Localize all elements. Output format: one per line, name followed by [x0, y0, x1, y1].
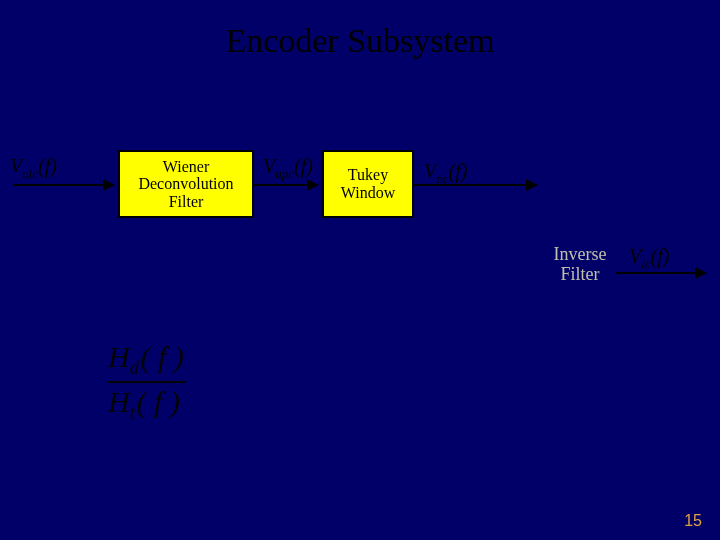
- frac-bar: [108, 381, 186, 383]
- block-tukey: Tukey Window: [322, 150, 414, 218]
- signal-vpc: Vpc(f): [424, 160, 467, 187]
- frac-den: Ht ( f ): [108, 385, 180, 418]
- block-inverse: Inverse Filter: [540, 245, 620, 285]
- frac-num: Hd ( f ): [108, 340, 184, 373]
- signal-vupc: Vupc(f): [263, 155, 313, 182]
- signal-vulc: Vulc(f): [10, 155, 57, 182]
- signal-vlc: Vlc(f): [629, 245, 670, 272]
- arrow-vupc: [252, 184, 318, 186]
- block-inverse-l2: Filter: [561, 264, 600, 284]
- slide-title: Encoder Subsystem: [0, 22, 720, 60]
- block-tukey-l2: Window: [341, 184, 395, 202]
- block-inverse-l1: Inverse: [554, 244, 607, 264]
- block-tukey-l1: Tukey: [348, 166, 388, 184]
- block-wiener: Wiener Deconvolution Filter: [118, 150, 254, 218]
- block-wiener-l1: Wiener: [163, 158, 209, 176]
- transfer-fraction: Hd ( f ) Ht ( f ): [108, 340, 186, 424]
- page-number: 15: [684, 512, 702, 530]
- arrow-vpc: [412, 184, 537, 186]
- arrow-vlc: [616, 272, 706, 274]
- block-wiener-l3: Filter: [169, 193, 204, 211]
- arrow-vulc: [14, 184, 114, 186]
- block-wiener-l2: Deconvolution: [138, 175, 233, 193]
- slide-root: Encoder Subsystem Vulc(f) Vupc(f) Vpc(f)…: [0, 0, 720, 540]
